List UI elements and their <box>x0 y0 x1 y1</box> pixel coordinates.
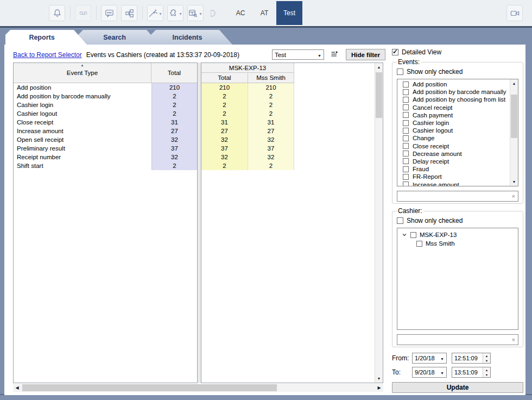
event-filter-item[interactable]: Decrease amount <box>397 150 510 158</box>
profile-button-test[interactable]: Test <box>276 1 302 25</box>
chat-button[interactable] <box>101 5 117 21</box>
checkbox-icon[interactable] <box>403 151 409 157</box>
checkbox-icon[interactable] <box>403 135 409 141</box>
event-filter-item[interactable]: Cancel receipt <box>397 104 510 111</box>
checkbox-icon[interactable] <box>403 97 409 103</box>
spin-down-icon[interactable] <box>483 372 490 377</box>
spin-up-icon[interactable] <box>483 367 490 372</box>
scroll-left-icon[interactable] <box>13 384 21 392</box>
checkbox-icon[interactable] <box>403 89 409 95</box>
cashier-tree-node[interactable]: MSK-EXP-13 <box>397 230 518 239</box>
from-label: From: <box>392 354 412 362</box>
events-filter-input[interactable] <box>397 191 509 201</box>
event-filter-item[interactable]: FR-Report <box>397 173 510 180</box>
cashier-total-cell: 2 <box>248 92 294 101</box>
detailed-view-option[interactable]: Detailed View <box>392 47 523 57</box>
hide-filter-button[interactable]: Hide filter <box>346 49 385 60</box>
spin-down-icon[interactable] <box>483 358 490 363</box>
scroll-up-icon[interactable] <box>510 79 518 88</box>
profile-button-at[interactable]: AT <box>252 1 276 25</box>
events-list-scrollbar[interactable] <box>510 79 518 186</box>
checkbox-icon[interactable] <box>403 182 409 186</box>
camera-button[interactable] <box>506 5 523 21</box>
checkbox-icon[interactable] <box>397 217 403 224</box>
event-filter-item[interactable]: Change <box>397 134 510 142</box>
checkbox-icon[interactable] <box>403 120 409 126</box>
column-header-group[interactable]: MSK-EXP-13 <box>201 63 294 73</box>
table-body-right: 2102102222223131272732323737323222 <box>201 83 375 383</box>
scroll-up-icon[interactable] <box>375 63 383 71</box>
profile-button-ac[interactable]: AC <box>229 1 252 25</box>
table-horizontal-scrollbar[interactable] <box>13 384 383 392</box>
table-row: Open sell receipt32 <box>14 135 197 144</box>
checkbox-icon[interactable] <box>403 143 409 149</box>
checkbox-icon[interactable] <box>403 166 409 172</box>
clear-icon[interactable] <box>509 336 518 343</box>
checkbox-icon[interactable] <box>410 232 416 238</box>
checkbox-icon[interactable] <box>403 128 409 134</box>
event-filter-item[interactable]: Fraud <box>397 165 510 173</box>
from-time-spinner[interactable]: 12:51:09 <box>452 353 491 364</box>
scroll-down-icon[interactable] <box>510 178 518 186</box>
event-filter-item[interactable]: Close receipt <box>397 142 510 150</box>
column-header-group-cashier[interactable]: Mss Smith <box>248 73 294 83</box>
cashier-show-only-checked-option[interactable]: Show only checked <box>397 216 518 226</box>
event-filter-item[interactable]: Delay receipt <box>397 158 510 165</box>
total-cell: 31 <box>151 118 197 127</box>
back-to-report-selector-link[interactable]: Back to Report Selector <box>13 51 82 59</box>
event-filter-item[interactable]: Add position <box>397 80 510 88</box>
tab-reports[interactable]: Reports <box>5 30 87 45</box>
tab-search[interactable]: Search <box>78 30 160 45</box>
event-filter-item[interactable]: Cashier logout <box>397 127 510 134</box>
report-column: Back to Report Selector Events vs Cashie… <box>4 45 385 395</box>
report-settings-button[interactable]: ▾ <box>187 5 204 21</box>
column-header-event-type[interactable]: Event Type <box>14 63 151 83</box>
clear-icon[interactable] <box>509 193 518 199</box>
to-time-spinner[interactable]: 13:51:09 <box>452 367 491 378</box>
wand-button[interactable]: ▾ <box>147 5 163 21</box>
structure-button[interactable] <box>121 5 137 21</box>
tab-incidents[interactable]: Incidents <box>151 30 232 45</box>
bell-button[interactable] <box>49 5 65 21</box>
scrollbar-thumb[interactable] <box>22 384 277 391</box>
checkbox-icon[interactable] <box>403 82 409 88</box>
chevron-down-icon <box>440 369 444 376</box>
cashier-filter-input[interactable] <box>397 335 509 345</box>
spin-up-icon[interactable] <box>483 353 490 358</box>
event-filter-item[interactable]: Add position by choosing from list <box>397 96 510 103</box>
scrollbar-thumb[interactable] <box>511 95 517 138</box>
checkbox-icon[interactable] <box>403 112 409 118</box>
scroll-down-icon[interactable] <box>375 374 383 383</box>
event-type-cell: Receipt number <box>14 153 151 161</box>
export-button[interactable] <box>328 49 341 60</box>
checkbox-checked-icon[interactable] <box>392 49 398 55</box>
report-variant-select[interactable]: Test <box>272 49 324 60</box>
checkbox-icon[interactable] <box>397 68 403 75</box>
event-filter-item[interactable]: Cashier login <box>397 119 510 127</box>
from-date-select[interactable]: 1/20/18 <box>412 353 447 364</box>
update-button[interactable]: Update <box>392 382 523 393</box>
events-show-only-checked-option[interactable]: Show only checked <box>397 67 518 77</box>
scrollbar-thumb[interactable] <box>376 72 382 118</box>
cashier-tree-child[interactable]: Mss Smith <box>397 239 518 248</box>
checkbox-icon[interactable] <box>403 174 409 180</box>
checkbox-icon[interactable] <box>416 241 422 247</box>
event-filter-item[interactable]: Cash payment <box>397 111 510 119</box>
event-filter-item[interactable]: Increase amount <box>397 180 510 186</box>
to-date-select[interactable]: 9/20/18 <box>412 367 447 378</box>
column-header-group-total[interactable]: Total <box>201 73 248 83</box>
chevron-expanded-icon[interactable] <box>402 232 407 238</box>
table-row: 22 <box>201 161 375 170</box>
column-header-total[interactable]: Total <box>151 63 197 83</box>
puzzle-icon <box>168 8 178 18</box>
table-row: Increase amount27 <box>14 127 197 135</box>
table-body-left: Add position210Add position by barcode m… <box>14 83 197 383</box>
table-panes: Event Type Total Add position210Add posi… <box>13 62 383 383</box>
checkbox-icon[interactable] <box>403 158 409 164</box>
checkbox-icon[interactable] <box>403 104 409 110</box>
table-vertical-scrollbar[interactable] <box>375 63 383 383</box>
event-filter-item[interactable]: Add position by barcode manually <box>397 88 510 96</box>
puzzle-button[interactable]: ▾ <box>167 5 183 21</box>
scroll-right-icon[interactable] <box>375 384 383 392</box>
group-total-cell: 2 <box>201 109 248 118</box>
